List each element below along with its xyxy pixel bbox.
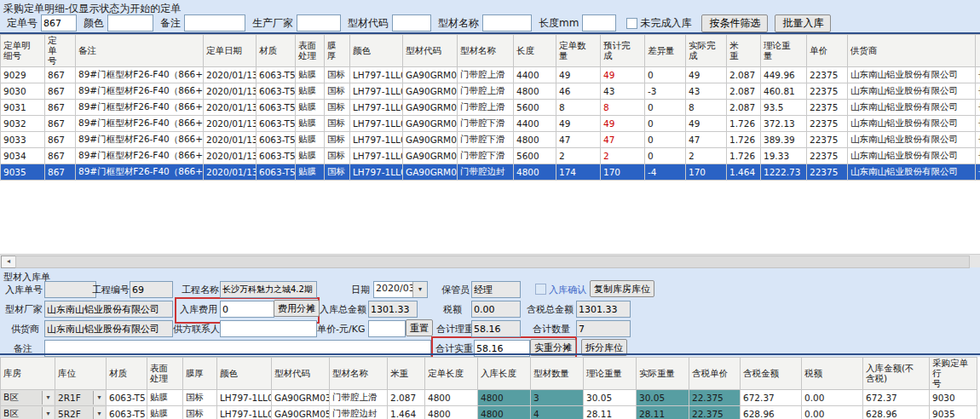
order-table-column-header[interactable]: 实际完 成 <box>686 35 727 67</box>
order-table-column-header[interactable]: 定单数 量 <box>556 35 601 67</box>
inbound-table-cell: 5R2F▾ <box>55 406 107 419</box>
filter-manufacturer-input[interactable] <box>297 14 341 32</box>
order-table-cell: 山东南山铝业股份有限公司 <box>848 67 976 83</box>
filter-remark-input[interactable] <box>184 14 245 32</box>
factory-input[interactable] <box>44 301 173 318</box>
order-table-row[interactable]: 903486789#门框型材F26-F40（866+867）2020/01/13… <box>1 148 980 164</box>
order-table-row[interactable]: 903586789#门框型材F26-F40（866+867）2020/01/13… <box>1 164 980 181</box>
order-table-column-header[interactable]: 供货商 <box>848 35 976 67</box>
order-table-cell: 山东南山铝业股份有限公司 <box>848 148 976 164</box>
order-table-row[interactable]: 903286789#门框型材F26-F40（866+867）2020/01/13… <box>1 116 980 132</box>
dropdown-chevron-icon[interactable]: ▾ <box>93 391 105 405</box>
order-table-cell: 93.5 <box>761 100 807 116</box>
inbound-table-column-header[interactable]: 采购定单行 号 <box>930 358 977 390</box>
order-table-column-header[interactable]: 米 重 <box>727 35 761 67</box>
inbound-table-column-header[interactable]: 理论重量 <box>584 358 637 390</box>
inbound-table-row[interactable]: B区▾2R1F▾6063-T5贴膜国标LH797-1LL0GA90GRM03门带… <box>1 390 977 406</box>
filter-profile-code-input[interactable] <box>392 14 431 32</box>
keeper-input[interactable] <box>471 281 521 298</box>
order-table-cell: 89#门框型材F26-F40（866+867） <box>76 67 204 83</box>
batch-inbound-button[interactable]: 批量入库 <box>775 14 831 32</box>
inbound-table-column-header[interactable]: 定单长度 <box>425 358 478 390</box>
unfinished-inbound-checkbox[interactable] <box>626 18 637 29</box>
order-table-column-header[interactable]: 型材代码 <box>403 35 458 67</box>
total-with-tax-input[interactable] <box>576 301 631 318</box>
filter-by-condition-button[interactable]: 按条件筛选 <box>701 14 768 32</box>
order-table-row[interactable]: 902986789#门框型材F26-F40（866+867）2020/01/13… <box>1 67 980 83</box>
supplier-input[interactable] <box>44 320 173 337</box>
inbound-table-column-header[interactable]: 型材代码 <box>272 358 330 390</box>
filter-order-no-input[interactable] <box>41 14 77 32</box>
copy-location-button[interactable]: 复制库房库位 <box>590 280 654 297</box>
inbound-table-column-header[interactable]: 入库长度 <box>478 358 531 390</box>
order-table-column-header[interactable]: 表面 处理 <box>296 35 325 67</box>
order-table-column-header[interactable]: 定单日期 <box>204 35 257 67</box>
order-table-column-header[interactable]: 膜 厚 <box>325 35 350 67</box>
filter-profile-name-input[interactable] <box>482 14 532 32</box>
horizontal-scrollbar[interactable]: ◂ <box>0 254 980 267</box>
order-table-cell: 2 <box>556 148 601 164</box>
inbound-table-column-header[interactable]: 表面 处理 <box>147 358 183 390</box>
order-table-column-header[interactable] <box>976 35 980 67</box>
inbound-table-cell: 28.11 <box>637 406 689 419</box>
inbound-table-column-header[interactable]: 实际重量 <box>637 358 689 390</box>
order-table-column-header[interactable]: 备注 <box>76 35 204 67</box>
inbound-table-row[interactable]: B区▾5R2F▾6063-T5贴膜国标LH797-1LL0GA90GRM05门带… <box>1 406 977 419</box>
inbound-table-column-header[interactable]: 米重 <box>388 358 425 390</box>
dropdown-chevron-icon[interactable]: ▾ <box>42 407 54 419</box>
inbound-table-column-header[interactable]: 颜色 <box>217 358 272 390</box>
order-table-column-header[interactable]: 单价 <box>807 35 848 67</box>
order-table-column-header[interactable]: 预计完 成 <box>601 35 645 67</box>
order-table-cell: -4 <box>645 164 686 181</box>
inbound-table-column-header[interactable]: 库位 <box>55 358 107 390</box>
order-table-cell: 22375 <box>807 132 848 148</box>
order-table-column-header[interactable]: 定 单 号 <box>45 35 76 67</box>
order-table-column-header[interactable]: 型材名称 <box>458 35 514 67</box>
scrollbar-thumb[interactable] <box>15 255 970 268</box>
dropdown-chevron-icon[interactable]: ▾ <box>93 407 105 419</box>
order-table-row[interactable]: 903086789#门框型材F26-F40（866+867）2020/01/13… <box>1 83 980 100</box>
inbound-table-column-header[interactable]: 含税金额 <box>741 358 802 390</box>
inbound-table-column-header[interactable]: 材质 <box>107 358 147 390</box>
project-name-input[interactable] <box>220 281 317 298</box>
tax-input[interactable] <box>471 301 521 318</box>
order-table-cell: 1.726 <box>727 148 761 164</box>
inbound-table-column-header[interactable]: 膜厚 <box>183 358 217 390</box>
inbound-table-column-header[interactable]: 含税单价 <box>689 358 741 390</box>
scroll-left-arrow-icon[interactable]: ◂ <box>1 255 16 268</box>
inbound-table-column-header[interactable]: 型材数量 <box>531 358 584 390</box>
order-table-column-header[interactable]: 材质 <box>257 35 296 67</box>
calendar-dropdown-icon[interactable]: ▾ <box>412 282 427 297</box>
sum-qty-input[interactable] <box>576 320 631 337</box>
date-picker[interactable]: 2020/03/31 ▾ <box>373 281 428 298</box>
order-table-cell: 0 <box>645 100 686 116</box>
order-table-column-header[interactable]: 颜色 <box>350 35 403 67</box>
contact-input[interactable] <box>220 320 317 337</box>
project-no-input[interactable] <box>130 281 173 298</box>
inbound-table-column-header[interactable]: 税额 <box>802 358 863 390</box>
inbound-no-label: 入库单号 <box>5 284 43 296</box>
order-table-row[interactable]: 903186789#门框型材F26-F40（866+867）2020/01/13… <box>1 100 980 116</box>
order-table-column-header[interactable]: 定单明 细号 <box>1 35 45 67</box>
reset-button[interactable]: 重置 <box>406 319 433 336</box>
order-table-row[interactable]: 903386789#门框型材F26-F40（866+867）2020/01/13… <box>1 132 980 148</box>
fee-share-button[interactable]: 费用分摊 <box>274 300 320 317</box>
inbound-table-cell: 22.375 <box>689 390 741 406</box>
order-table-column-header[interactable]: 长度 <box>514 35 556 67</box>
order-table-column-header[interactable]: 理论重 量 <box>761 35 807 67</box>
inbound-table-column-header[interactable]: 型材名称 <box>330 358 388 390</box>
fee-input[interactable] <box>220 301 274 318</box>
dropdown-chevron-icon[interactable]: ▾ <box>42 391 54 405</box>
inbound-table-column-header[interactable]: 入库金额(不 含税) <box>863 358 930 390</box>
inbound-no-input[interactable] <box>44 281 96 298</box>
filter-color-input[interactable] <box>107 14 153 32</box>
unit-price-input[interactable] <box>368 320 406 337</box>
sum-theory-weight-input[interactable] <box>471 320 521 337</box>
order-table-cell: 389.39 <box>761 132 807 148</box>
order-table-column-header[interactable]: 差异量 <box>645 35 686 67</box>
inbound-table-column-header[interactable]: 库房 <box>1 358 55 390</box>
order-table-cell: 8 <box>686 100 727 116</box>
inbound-confirm-checkbox[interactable] <box>535 284 546 295</box>
filter-length-input[interactable] <box>582 14 616 32</box>
total-amount-input[interactable] <box>368 301 418 318</box>
